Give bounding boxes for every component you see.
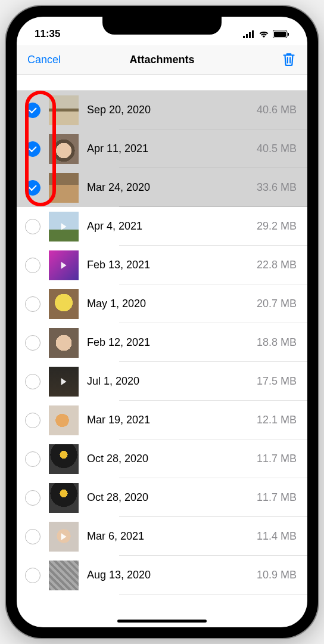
attachment-thumbnail[interactable] bbox=[49, 444, 79, 474]
attachment-thumbnail[interactable] bbox=[49, 367, 79, 397]
attachment-thumbnail[interactable] bbox=[49, 522, 79, 552]
svg-rect-5 bbox=[274, 32, 286, 37]
status-indicators bbox=[243, 30, 289, 38]
attachment-row[interactable]: Feb 13, 202122.8 MB bbox=[17, 246, 307, 284]
attachment-date: Mar 6, 2021 bbox=[87, 530, 257, 543]
svg-rect-6 bbox=[288, 33, 289, 36]
attachment-row[interactable]: Aug 13, 202010.9 MB bbox=[17, 556, 307, 595]
attachment-size: 10.9 MB bbox=[257, 569, 297, 581]
attachment-thumbnail[interactable] bbox=[49, 95, 79, 125]
attachment-size: 22.8 MB bbox=[257, 259, 297, 271]
status-time: 11:35 bbox=[35, 28, 60, 40]
home-indicator[interactable] bbox=[117, 620, 207, 623]
attachment-size: 18.8 MB bbox=[257, 336, 297, 349]
attachment-thumbnail[interactable] bbox=[49, 328, 79, 358]
selection-checkbox[interactable] bbox=[17, 141, 49, 157]
selection-checkbox[interactable] bbox=[17, 296, 49, 312]
attachment-row[interactable]: Sep 20, 202040.6 MB bbox=[17, 91, 307, 129]
svg-rect-0 bbox=[243, 36, 245, 38]
svg-rect-1 bbox=[246, 34, 248, 38]
selection-checkbox[interactable] bbox=[17, 529, 49, 544]
attachment-date: Apr 11, 2021 bbox=[87, 143, 257, 155]
selection-checkbox[interactable] bbox=[17, 219, 49, 234]
screen: 11:35 Cancel Attachments bbox=[17, 17, 307, 627]
svg-rect-2 bbox=[249, 32, 251, 38]
attachment-date: Oct 28, 2020 bbox=[87, 491, 257, 504]
attachment-thumbnail[interactable] bbox=[49, 483, 79, 513]
checkmark-icon bbox=[29, 182, 36, 190]
attachment-date: Oct 28, 2020 bbox=[87, 453, 257, 465]
attachment-size: 40.5 MB bbox=[257, 143, 297, 155]
attachment-date: Sep 20, 2020 bbox=[87, 104, 257, 116]
attachment-date: Aug 13, 2020 bbox=[87, 569, 257, 581]
attachment-size: 33.6 MB bbox=[257, 181, 297, 194]
attachment-size: 40.6 MB bbox=[257, 104, 297, 116]
attachment-row[interactable]: Mar 24, 202033.6 MB bbox=[17, 168, 307, 207]
selection-checkbox[interactable] bbox=[17, 258, 49, 273]
attachment-row[interactable]: Apr 4, 202129.2 MB bbox=[17, 207, 307, 246]
attachment-row[interactable]: Apr 11, 202140.5 MB bbox=[17, 129, 307, 168]
selection-checkbox[interactable] bbox=[17, 103, 49, 118]
play-icon bbox=[61, 262, 67, 269]
selection-checkbox[interactable] bbox=[17, 568, 49, 583]
attachment-size: 29.2 MB bbox=[257, 220, 297, 233]
checkmark-icon bbox=[29, 144, 36, 151]
attachment-row[interactable]: Jul 1, 202017.5 MB bbox=[17, 362, 307, 401]
selection-checkbox[interactable] bbox=[17, 451, 49, 467]
attachment-thumbnail[interactable] bbox=[49, 173, 79, 203]
nav-bar: Cancel Attachments bbox=[17, 45, 307, 75]
attachment-thumbnail[interactable] bbox=[49, 561, 79, 590]
attachment-row[interactable]: May 1, 202020.7 MB bbox=[17, 284, 307, 323]
play-icon bbox=[61, 223, 67, 230]
selection-checkbox[interactable] bbox=[17, 490, 49, 506]
selection-checkbox[interactable] bbox=[17, 413, 49, 428]
attachment-size: 12.1 MB bbox=[257, 414, 297, 426]
attachment-date: Mar 19, 2021 bbox=[87, 414, 257, 426]
attachment-date: Feb 12, 2021 bbox=[87, 336, 257, 349]
spacer bbox=[17, 75, 307, 91]
attachment-size: 11.4 MB bbox=[257, 530, 297, 543]
attachment-date: Apr 4, 2021 bbox=[87, 220, 257, 233]
attachment-thumbnail[interactable] bbox=[49, 212, 79, 242]
attachment-row[interactable]: Mar 19, 202112.1 MB bbox=[17, 401, 307, 439]
notch bbox=[102, 17, 222, 35]
attachment-thumbnail[interactable] bbox=[49, 250, 79, 280]
battery-icon bbox=[273, 30, 289, 38]
selection-checkbox[interactable] bbox=[17, 180, 49, 196]
page-title: Attachments bbox=[129, 54, 194, 66]
phone-frame: 11:35 Cancel Attachments bbox=[6, 6, 318, 638]
attachments-list[interactable]: Sep 20, 202040.6 MBApr 11, 202140.5 MBMa… bbox=[17, 91, 307, 595]
attachment-row[interactable]: Oct 28, 202011.7 MB bbox=[17, 478, 307, 517]
attachment-size: 17.5 MB bbox=[257, 375, 297, 388]
selection-checkbox[interactable] bbox=[17, 335, 49, 351]
cancel-button[interactable]: Cancel bbox=[27, 54, 69, 66]
attachment-size: 20.7 MB bbox=[257, 298, 297, 310]
attachment-date: Feb 13, 2021 bbox=[87, 259, 257, 271]
trash-icon[interactable] bbox=[281, 51, 297, 69]
cellular-signal-icon bbox=[243, 30, 255, 38]
checkmark-icon bbox=[29, 105, 36, 113]
attachment-row[interactable]: Mar 6, 202111.4 MB bbox=[17, 517, 307, 556]
wifi-icon bbox=[258, 30, 269, 38]
attachment-date: Mar 24, 2020 bbox=[87, 181, 257, 194]
attachment-thumbnail[interactable] bbox=[49, 134, 79, 164]
attachment-date: Jul 1, 2020 bbox=[87, 375, 257, 388]
attachment-row[interactable]: Oct 28, 202011.7 MB bbox=[17, 439, 307, 478]
selection-checkbox[interactable] bbox=[17, 374, 49, 389]
attachment-row[interactable]: Feb 12, 202118.8 MB bbox=[17, 323, 307, 362]
play-icon bbox=[61, 533, 67, 540]
attachment-thumbnail[interactable] bbox=[49, 405, 79, 435]
attachment-size: 11.7 MB bbox=[257, 453, 297, 465]
attachment-date: May 1, 2020 bbox=[87, 298, 257, 310]
attachment-thumbnail[interactable] bbox=[49, 289, 79, 319]
play-icon bbox=[61, 378, 67, 385]
svg-rect-3 bbox=[252, 30, 254, 38]
attachment-size: 11.7 MB bbox=[257, 491, 297, 504]
